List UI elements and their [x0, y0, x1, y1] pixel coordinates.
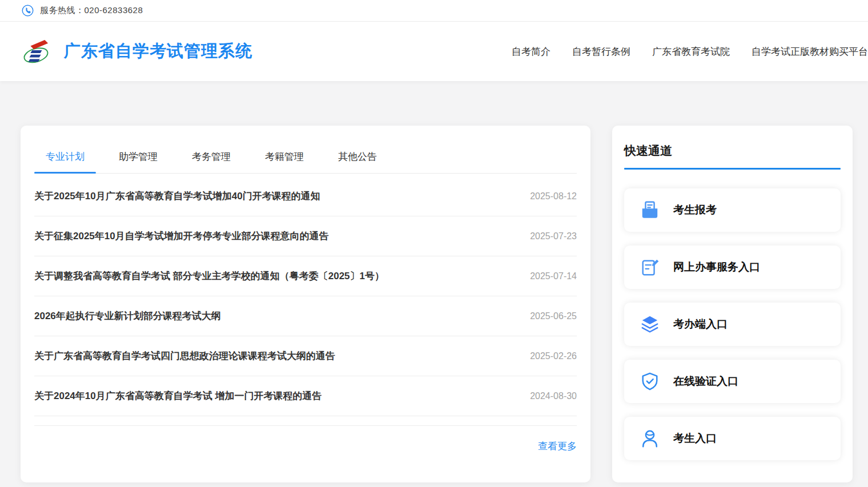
site-header: 广东省自学考试管理系统 自考简介 自考暂行条例 广东省教育考试院 自学考试正版教… — [0, 22, 868, 81]
quick-link-label: 在线验证入口 — [673, 374, 738, 389]
notice-row[interactable]: 关于2025年10月广东省高等教育自学考试增加40门开考课程的通知 2025-0… — [34, 176, 577, 216]
notice-list: 关于2025年10月广东省高等教育自学考试增加40门开考课程的通知 2025-0… — [34, 176, 577, 426]
notice-date: 2025-02-26 — [530, 351, 577, 361]
tab-study-support[interactable]: 助学管理 — [107, 140, 169, 173]
quick-link-online-services[interactable]: 网上办事服务入口 — [624, 245, 841, 289]
view-more-link[interactable]: 查看更多 — [538, 441, 577, 452]
nav-link-regulations[interactable]: 自考暂行条例 — [572, 45, 630, 58]
main-content: 专业计划 助学管理 考务管理 考籍管理 其他公告 关于2025年10月广东省高等… — [0, 81, 868, 482]
quick-link-exam-office-portal[interactable]: 考办端入口 — [624, 303, 841, 346]
notice-title[interactable]: 关于调整我省高等教育自学考试 部分专业主考学校的通知（粤考委〔2025〕1号） — [34, 269, 384, 283]
tab-exam-records[interactable]: 考籍管理 — [254, 140, 315, 173]
notice-panel: 专业计划 助学管理 考务管理 考籍管理 其他公告 关于2025年10月广东省高等… — [21, 126, 590, 482]
quick-channel-panel: 快速通道 考生报考 网上办事服务入口 — [612, 126, 853, 482]
nav-link-textbook-platform[interactable]: 自学考试正版教材购买平台 — [752, 45, 868, 58]
site-title: 广东省自学考试管理系统 — [64, 40, 252, 63]
notice-row[interactable]: 关于征集2025年10月自学考试增加开考停考专业部分课程意向的通告 2025-0… — [34, 216, 577, 256]
notice-row[interactable]: 关于广东省高等教育自学考试四门思想政治理论课课程考试大纲的通告 2025-02-… — [34, 336, 577, 376]
notice-date: 2025-07-14 — [530, 271, 577, 281]
quick-link-label: 网上办事服务入口 — [673, 260, 760, 275]
phone-icon — [22, 5, 34, 17]
quick-channel-title: 快速通道 — [624, 126, 841, 159]
notice-date: 2024-08-30 — [530, 391, 577, 401]
quick-link-label: 考办端入口 — [673, 317, 728, 332]
shield-check-icon — [640, 372, 660, 391]
tab-major-plans[interactable]: 专业计划 — [34, 140, 96, 173]
hotline-text: 服务热线：020-62833628 — [40, 5, 143, 16]
header-nav: 自考简介 自考暂行条例 广东省教育考试院 自学考试正版教材购买平台 — [512, 45, 868, 58]
inbox-icon — [640, 200, 660, 220]
notice-row-truncated — [34, 416, 577, 426]
tab-exam-affairs[interactable]: 考务管理 — [180, 140, 242, 173]
notice-date: 2025-06-25 — [530, 311, 577, 321]
quick-link-label: 考生入口 — [673, 431, 717, 446]
quick-link-candidate-portal[interactable]: 考生入口 — [624, 417, 841, 460]
notice-date: 2025-08-12 — [530, 191, 577, 202]
notice-tabs: 专业计划 助学管理 考务管理 考籍管理 其他公告 — [34, 140, 577, 174]
notice-row[interactable]: 2026年起执行专业新计划部分课程考试大纲 2025-06-25 — [34, 296, 577, 336]
nav-link-intro[interactable]: 自考简介 — [512, 45, 550, 58]
service-hotline-bar: 服务热线：020-62833628 — [0, 0, 868, 22]
notice-title[interactable]: 关于征集2025年10月自学考试增加开考停考专业部分课程意向的通告 — [34, 230, 329, 243]
tab-other-notices[interactable]: 其他公告 — [327, 140, 388, 173]
quick-link-candidate-registration[interactable]: 考生报考 — [624, 188, 841, 232]
layers-icon — [640, 315, 660, 334]
site-logo[interactable] — [23, 37, 49, 66]
quick-link-label: 考生报考 — [673, 203, 717, 218]
notice-title[interactable]: 关于广东省高等教育自学考试四门思想政治理论课课程考试大纲的通告 — [34, 349, 335, 363]
notice-row[interactable]: 关于调整我省高等教育自学考试 部分专业主考学校的通知（粤考委〔2025〕1号） … — [34, 256, 577, 296]
quick-link-online-verification[interactable]: 在线验证入口 — [624, 360, 841, 403]
edit-document-icon — [640, 257, 660, 277]
notice-title[interactable]: 关于2024年10月广东省高等教育自学考试 增加一门开考课程的通告 — [34, 389, 322, 403]
nav-link-exam-authority[interactable]: 广东省教育考试院 — [652, 45, 730, 58]
quick-channel-list: 考生报考 网上办事服务入口 考办端入口 — [624, 188, 841, 460]
notice-date: 2025-07-23 — [530, 231, 577, 242]
notice-row[interactable]: 关于2024年10月广东省高等教育自学考试 增加一门开考课程的通告 2024-0… — [34, 376, 577, 416]
notice-title[interactable]: 关于2025年10月广东省高等教育自学考试增加40门开考课程的通知 — [34, 190, 320, 203]
quick-channel-underline — [624, 168, 841, 170]
notice-title[interactable]: 2026年起执行专业新计划部分课程考试大纲 — [34, 309, 221, 323]
view-more-wrap: 查看更多 — [34, 426, 577, 453]
user-icon — [640, 429, 660, 448]
